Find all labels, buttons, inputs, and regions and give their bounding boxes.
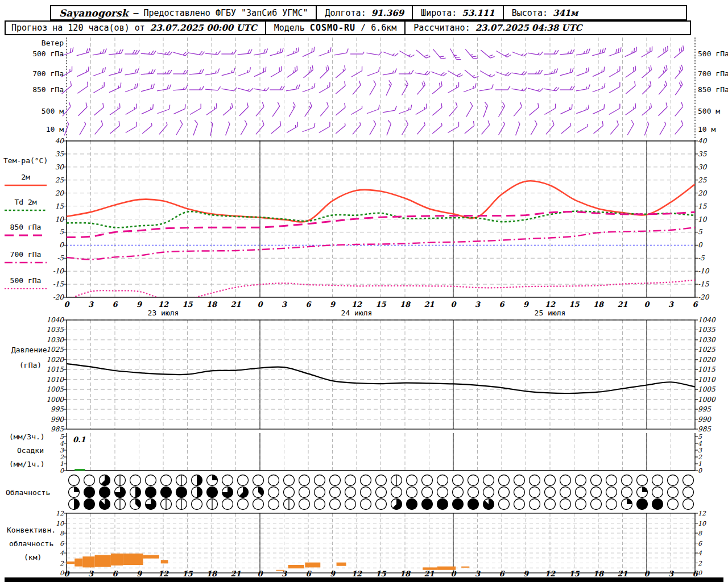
svg-text:15: 15 [375,300,386,309]
svg-text:995: 995 [51,405,64,413]
separator [412,6,413,19]
altitude-value: 341м [553,8,578,18]
wind-barbs-panel [61,45,684,136]
svg-text:0: 0 [64,569,70,578]
svg-text:Td 2м: Td 2м [14,198,36,206]
svg-text:20: 20 [698,189,708,197]
convective-bar [305,563,320,568]
svg-text:6: 6 [499,300,505,309]
provider-text: Предоставлено ФГБУ "ЗапСиб УГМС" [143,8,308,18]
svg-text:995: 995 [698,405,712,413]
convective-bar [82,556,94,567]
svg-text:1000: 1000 [698,396,716,404]
svg-text:1025: 1025 [46,346,64,354]
svg-text:-5: -5 [698,254,705,262]
svg-text:(мм/1ч.): (мм/1ч.) [9,460,45,468]
svg-text:1015: 1015 [698,365,716,373]
svg-text:990: 990 [51,415,64,423]
svg-text:-20: -20 [53,293,65,301]
svg-text:1040: 1040 [698,316,716,324]
svg-text:985: 985 [51,425,64,433]
svg-text:3: 3 [475,569,481,578]
svg-text:0.1: 0.1 [73,435,86,444]
convective-bar [111,554,123,566]
svg-text:0: 0 [644,569,650,578]
svg-text:6: 6 [499,569,505,578]
svg-text:0: 0 [257,300,263,309]
svg-text:8: 8 [698,530,702,537]
svg-text:24 июля: 24 июля [341,309,373,317]
svg-text:15: 15 [698,202,708,210]
svg-text:15: 15 [182,569,193,578]
svg-text:1030: 1030 [698,336,716,344]
convective-bar [123,554,143,565]
svg-text:25: 25 [55,176,65,184]
svg-text:35: 35 [55,150,65,158]
svg-text:12: 12 [158,300,169,309]
svg-text:40: 40 [55,137,65,145]
svg-text:18: 18 [400,300,411,309]
svg-text:21: 21 [424,569,434,578]
convective-bar [161,560,168,563]
svg-text:1040: 1040 [46,316,64,324]
title-dash: — [133,8,138,18]
svg-text:2м: 2м [21,173,30,181]
svg-text:10 м: 10 м [698,125,715,134]
svg-text:9: 9 [330,300,336,309]
svg-text:35: 35 [698,150,708,158]
svg-text:18: 18 [593,569,605,578]
svg-text:12: 12 [351,300,362,309]
svg-text:10: 10 [55,215,65,223]
svg-text:850 гПа: 850 гПа [698,85,728,94]
svg-text:9: 9 [523,300,530,309]
svg-text:9: 9 [330,569,336,578]
svg-text:8: 8 [60,530,64,537]
svg-text:(гПа): (гПа) [19,361,42,369]
svg-text:500 гПа: 500 гПа [698,49,728,58]
svg-text:12: 12 [545,569,556,578]
meteogram-page: Sayanogorsk — Предоставлено ФГБУ "ЗапСиб… [0,0,728,582]
svg-text:12: 12 [545,300,556,309]
svg-text:30: 30 [55,163,65,171]
latitude-value: 53.111 [462,8,494,18]
svg-text:18: 18 [206,300,218,309]
svg-text:500 гПа: 500 гПа [10,276,42,285]
svg-text:1010: 1010 [698,376,716,384]
convective-bar [143,555,159,559]
svg-text:21: 21 [424,300,434,309]
svg-text:21: 21 [617,569,627,578]
svg-text:1035: 1035 [698,326,716,334]
svg-text:3: 3 [282,569,287,578]
svg-text:Тем-ра(°C): Тем-ра(°C) [3,156,48,165]
svg-text:23 июля: 23 июля [148,309,179,317]
svg-text:12: 12 [698,510,706,517]
svg-text:10: 10 [698,520,706,527]
svg-text:1025: 1025 [698,346,716,354]
svg-text:3: 3 [668,300,674,309]
cloud-cover-symbols [69,475,694,510]
model-label: Модель [274,23,305,33]
svg-text:1015: 1015 [46,365,64,373]
svg-text:500 м: 500 м [42,107,64,115]
svg-text:2: 2 [60,560,64,567]
precip-bar [75,469,85,471]
svg-text:1020: 1020 [698,356,716,364]
svg-text:10 м: 10 м [46,125,64,134]
header-forecast-bar: Прогноз на 120 часа(ов) от 23.07.2025 00… [5,20,691,35]
model-resolution: / 6.6км [361,23,396,33]
svg-text:12: 12 [351,569,362,578]
latitude-label: Широта: [421,8,457,18]
svg-text:18: 18 [206,569,218,578]
longitude-value: 91.369 [371,8,404,18]
bottom-bar [5,577,723,582]
svg-text:6: 6 [698,540,702,547]
svg-text:15: 15 [182,300,193,309]
svg-text:15: 15 [375,569,386,578]
svg-text:850 гПа: 850 гПа [10,223,42,231]
svg-text:25: 25 [698,176,708,184]
svg-text:Конвективн.: Конвективн. [7,526,56,534]
svg-text:(мм/3ч.): (мм/3ч.) [9,433,45,441]
svg-text:15: 15 [569,300,580,309]
svg-text:0: 0 [698,569,702,577]
svg-text:4: 4 [60,550,64,557]
